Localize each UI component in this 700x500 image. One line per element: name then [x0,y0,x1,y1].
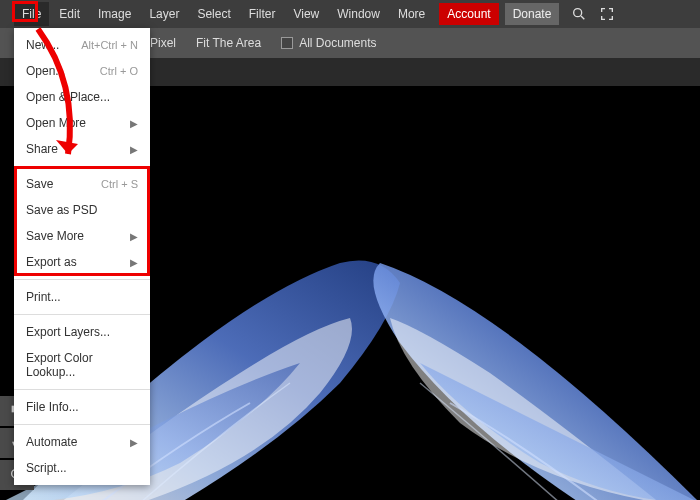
menubar: File Edit Image Layer Select Filter View… [0,0,700,28]
dropdown-item-new[interactable]: New...Alt+Ctrl + N [14,32,150,58]
dropdown-item-save-more[interactable]: Save More▶ [14,223,150,249]
dropdown-item-automate[interactable]: Automate▶ [14,429,150,455]
dropdown-item-open-place[interactable]: Open & Place... [14,84,150,110]
all-documents-label: All Documents [299,36,376,50]
dropdown-item-label: Export Layers... [26,325,110,339]
chevron-right-icon: ▶ [130,437,138,448]
dropdown-separator [14,424,150,425]
dropdown-item-label: Open More [26,116,86,130]
dropdown-item-label: New... [26,38,59,52]
menu-more[interactable]: More [390,2,433,26]
donate-button[interactable]: Donate [505,3,560,25]
dropdown-item-label: Export Color Lookup... [26,351,138,379]
dropdown-item-print[interactable]: Print... [14,284,150,310]
dropdown-item-export-color-lookup[interactable]: Export Color Lookup... [14,345,150,385]
menu-window[interactable]: Window [329,2,388,26]
checkbox-icon [281,37,293,49]
dropdown-item-export-layers[interactable]: Export Layers... [14,319,150,345]
chevron-right-icon: ▶ [130,231,138,242]
dropdown-item-label: Save as PSD [26,203,97,217]
dropdown-item-save-as-psd[interactable]: Save as PSD [14,197,150,223]
dropdown-item-export-as[interactable]: Export as▶ [14,249,150,275]
menu-view[interactable]: View [285,2,327,26]
dropdown-item-label: Export as [26,255,77,269]
menu-file[interactable]: File [14,2,49,26]
all-documents-checkbox[interactable]: All Documents [281,36,376,50]
dropdown-item-label: Script... [26,461,67,475]
chevron-right-icon: ▶ [130,257,138,268]
file-dropdown: New...Alt+Ctrl + NOpen...Ctrl + OOpen & … [14,28,150,485]
dropdown-item-open-more[interactable]: Open More▶ [14,110,150,136]
chevron-right-icon: ▶ [130,118,138,129]
menu-edit[interactable]: Edit [51,2,88,26]
dropdown-item-shortcut: Ctrl + O [100,65,138,77]
dropdown-item-label: Share [26,142,58,156]
dropdown-separator [14,166,150,167]
menu-select[interactable]: Select [189,2,238,26]
dropdown-item-label: File Info... [26,400,79,414]
dropdown-item-share[interactable]: Share▶ [14,136,150,162]
svg-line-1 [581,16,584,19]
dropdown-item-label: Save [26,177,53,191]
pixel-label: Pixel [150,36,176,50]
dropdown-item-label: Print... [26,290,61,304]
dropdown-item-script[interactable]: Script... [14,455,150,481]
dropdown-item-shortcut: Ctrl + S [101,178,138,190]
account-button[interactable]: Account [439,3,498,25]
fit-area-label[interactable]: Fit The Area [196,36,261,50]
chevron-right-icon: ▶ [130,144,138,155]
menu-image[interactable]: Image [90,2,139,26]
dropdown-item-open[interactable]: Open...Ctrl + O [14,58,150,84]
dropdown-item-file-info[interactable]: File Info... [14,394,150,420]
dropdown-separator [14,314,150,315]
dropdown-item-label: Open... [26,64,65,78]
menu-layer[interactable]: Layer [141,2,187,26]
fullscreen-icon[interactable] [599,6,615,22]
dropdown-item-label: Open & Place... [26,90,110,104]
svg-point-0 [574,9,582,17]
menu-filter[interactable]: Filter [241,2,284,26]
dropdown-item-save[interactable]: SaveCtrl + S [14,171,150,197]
search-icon[interactable] [571,6,587,22]
dropdown-item-shortcut: Alt+Ctrl + N [81,39,138,51]
dropdown-separator [14,279,150,280]
dropdown-separator [14,389,150,390]
dropdown-item-label: Automate [26,435,77,449]
dropdown-item-label: Save More [26,229,84,243]
